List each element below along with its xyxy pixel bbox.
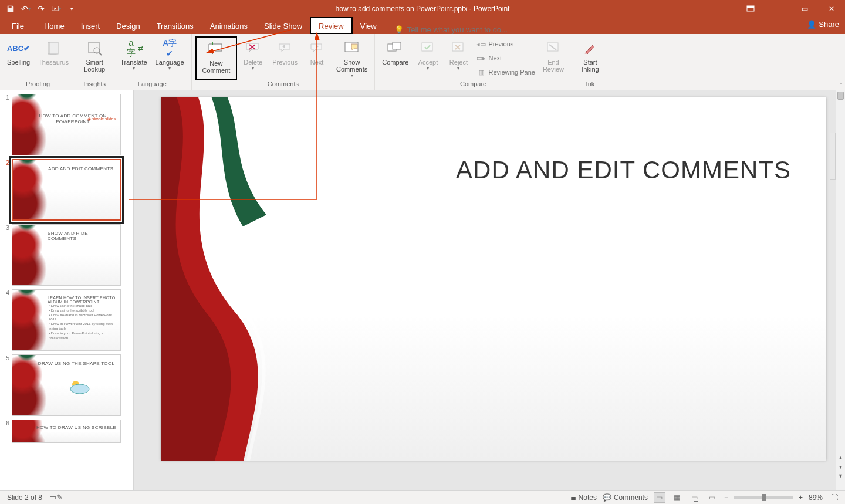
scroll-thumb[interactable] [837,92,844,100]
slide-canvas[interactable]: ADD AND EDIT COMMENTS [161,97,826,461]
thumbnail-row[interactable]: 1 HOW TO ADD COMMENT ON POWERPOINT ◉ sim… [0,90,133,155]
mini-scrollbar[interactable] [830,133,836,180]
previous-change-icon: ◂▭ [476,39,486,49]
spell-check-status-icon[interactable]: ▭✎ [49,493,63,502]
close-button[interactable]: ✕ [818,0,845,18]
share-button[interactable]: 👤 Share [807,20,839,29]
compare-next-button: ▭▸Next [476,52,535,65]
redo-icon[interactable]: ↷ [36,4,46,13]
fit-to-window-icon[interactable]: ⛶ [829,492,840,503]
tab-slideshow[interactable]: Slide Show [256,18,310,34]
group-insights: Insights [83,80,106,89]
ribbon-display-options-icon[interactable] [737,0,764,18]
slide-thumbnail-6[interactable]: HOW TO DRAW USING SCRIBBLE [12,420,121,443]
undo-icon[interactable]: ↶▾ [21,4,31,13]
share-icon: 👤 [807,20,816,29]
minimize-button[interactable]: — [764,0,791,18]
spelling-icon: ABC✔ [9,39,28,57]
thumbnail-row[interactable]: 3 SHOW AND HIDE COMMENTS [0,221,133,286]
reject-icon [449,39,468,57]
smart-lookup-label: Smart Lookup [84,59,105,73]
tab-home[interactable]: Home [36,18,73,34]
thumbnail-number: 4 [2,289,9,351]
slide-thumbnail-5[interactable]: DRAW USING THE SHAPE TOOL [12,354,121,416]
slide-editor[interactable]: ADD AND EDIT COMMENTS ▲ ▴ ▾ ▼ [140,90,845,490]
start-from-beginning-icon[interactable]: ▾ [52,4,61,13]
thumbnail-row[interactable]: 2 ADD AND EDIT COMMENTS [0,155,133,221]
notes-button[interactable]: ≣Notes [570,493,597,502]
tab-insert[interactable]: Insert [73,18,109,34]
customize-qat-icon[interactable]: ▾ [67,4,76,13]
lightbulb-icon: 💡 [394,25,404,34]
thumbnail-number: 3 [2,224,9,286]
group-ink: Ink [586,80,595,89]
previous-comment-icon [276,39,295,57]
slide-thumbnail-panel[interactable]: 1 HOW TO ADD COMMENT ON POWERPOINT ◉ sim… [0,90,134,490]
language-icon: A字✔ [160,39,179,57]
end-review-icon [544,39,563,57]
previous-slide-icon[interactable]: ▴ [836,452,845,462]
compare-button[interactable]: Compare [378,36,412,80]
show-comments-button[interactable]: Show Comments ▾ [333,36,371,80]
reading-view-icon[interactable]: ▭̲ [689,492,701,503]
tab-animations[interactable]: Animations [202,18,256,34]
accept-label: Accept [418,59,438,66]
slide-title-text[interactable]: ADD AND EDIT COMMENTS [456,156,791,184]
save-icon[interactable] [6,4,15,13]
tell-me[interactable]: 💡 [394,25,525,34]
svg-rect-2 [747,6,754,8]
compare-previous-button: ◂▭Previous [476,38,535,50]
tell-me-input[interactable] [407,25,525,34]
slide-thumbnail-1[interactable]: HOW TO ADD COMMENT ON POWERPOINT ◉ simpl… [12,94,121,155]
end-review-label: End Review [543,59,564,73]
delete-comment-label: Delete [244,59,262,66]
tab-file[interactable]: File [0,18,36,34]
slide-thumbnail-3[interactable]: SHOW AND HIDE COMMENTS [12,224,121,286]
tab-view[interactable]: View [352,18,385,34]
zoom-percent[interactable]: 89% [809,493,823,502]
notes-icon: ≣ [570,493,576,502]
tab-review[interactable]: Review [310,18,352,34]
start-inking-button[interactable]: Start Inking [576,36,605,80]
reject-button: Reject ▾ [444,36,473,80]
slideshow-view-icon[interactable]: ▭̅ [707,492,718,503]
restore-button[interactable]: ▭ [791,0,818,18]
group-comments: Comments [268,80,299,89]
group-compare: Compare [460,80,486,89]
slide-sorter-view-icon[interactable]: ▦ [671,492,683,503]
svg-rect-14 [422,43,432,51]
tab-design[interactable]: Design [108,18,148,34]
thumbnail-row[interactable]: 4 LEARN HOW TO INSERT PHOTO ALBUM IN POW… [0,286,133,351]
comments-button[interactable]: 💬Comments [603,493,648,502]
smart-lookup-icon [85,39,104,57]
next-slide-icon[interactable]: ▾ [836,462,845,471]
tab-transitions[interactable]: Transitions [148,18,202,34]
thesaurus-label: Thesaurus [38,59,69,66]
slide-thumbnail-2[interactable]: ADD AND EDIT COMMENTS [12,159,121,221]
vertical-scrollbar[interactable]: ▲ ▴ ▾ ▼ [836,90,845,490]
reviewing-pane-button: ▥Reviewing Pane [476,66,535,79]
collapse-ribbon-icon[interactable]: ˄ [840,82,843,89]
thumbnail-row[interactable]: 6 HOW TO DRAW USING SCRIBBLE [0,416,133,443]
language-button[interactable]: A字✔ Language ▾ [152,36,188,80]
translate-button[interactable]: a字⇄ Translate ▾ [117,36,150,80]
slide-thumbnail-4[interactable]: LEARN HOW TO INSERT PHOTO ALBUM IN POWER… [12,289,121,351]
translate-icon: a字⇄ [124,39,143,57]
zoom-in-icon[interactable]: + [799,493,803,502]
spelling-button[interactable]: ABC✔ Spelling [4,36,33,80]
delete-comment-icon [244,39,262,57]
zoom-out-icon[interactable]: − [724,493,728,502]
comments-icon: 💬 [603,493,611,502]
smart-lookup-button[interactable]: Smart Lookup [80,36,109,80]
thesaurus-button[interactable]: Thesaurus [35,36,72,80]
scroll-down-icon[interactable]: ▼ [836,471,845,481]
new-comment-button[interactable]: + New Comment [195,36,238,80]
zoom-slider[interactable] [734,496,793,499]
svg-rect-13 [393,42,401,49]
delete-comment-button[interactable]: Delete ▾ [238,36,268,80]
zoom-slider-handle[interactable] [762,494,766,501]
group-proofing: Proofing [26,80,50,89]
thumbnail-row[interactable]: 5 DRAW USING THE SHAPE TOOL [0,351,133,416]
ink-icon [581,39,600,57]
normal-view-icon[interactable]: ▭ [654,492,665,503]
